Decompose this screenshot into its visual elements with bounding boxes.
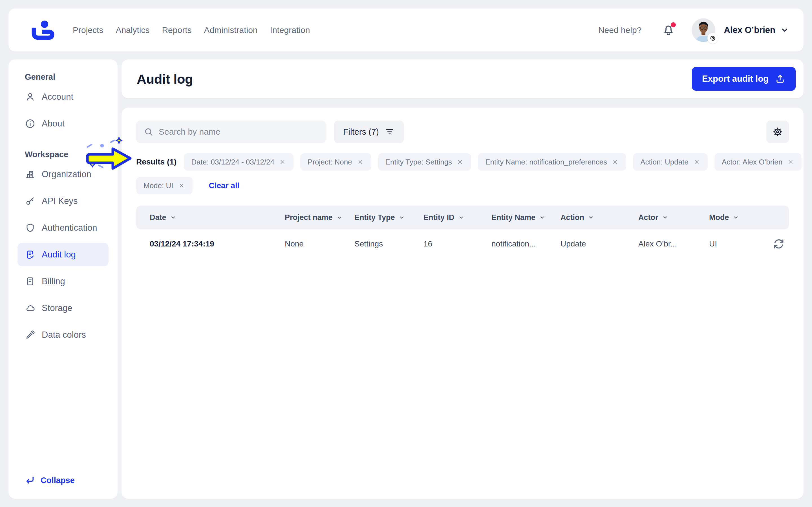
- sidebar-item-label: Authentication: [42, 223, 97, 233]
- sidebar-collapse-button[interactable]: Collapse: [25, 475, 75, 485]
- column-header-action[interactable]: Action: [560, 213, 638, 222]
- info-icon: [25, 118, 36, 129]
- collapse-label: Collapse: [41, 476, 75, 485]
- column-label: Entity Name: [492, 213, 536, 222]
- cell-entity-name: notification...: [492, 239, 560, 248]
- upload-icon: [775, 73, 785, 84]
- chevron-down-icon[interactable]: [780, 26, 789, 34]
- filter-chip-action: Action: Update: [633, 153, 708, 171]
- nav-item-administration[interactable]: Administration: [204, 25, 257, 35]
- gear-icon: [772, 126, 783, 138]
- sort-chevron-icon: [732, 214, 740, 221]
- export-button-label: Export audit log: [702, 74, 769, 84]
- sidebar-item-authentication[interactable]: Authentication: [17, 216, 109, 239]
- sidebar-item-api-keys[interactable]: API Keys: [17, 189, 109, 213]
- brand-logo-icon[interactable]: [27, 15, 58, 46]
- audit-log-panel: Filters (7) Results (1) Date: 03/12/24 -…: [121, 108, 804, 499]
- filter-chip-entity-name: Entity Name: notification_preferences: [478, 153, 626, 171]
- nav-item-integration[interactable]: Integration: [270, 25, 310, 35]
- close-icon[interactable]: [693, 158, 700, 166]
- filters-button[interactable]: Filters (7): [334, 121, 404, 143]
- close-icon[interactable]: [787, 158, 794, 166]
- search-icon: [144, 127, 154, 137]
- sidebar-section-general: General: [25, 72, 109, 82]
- close-icon[interactable]: [279, 158, 286, 166]
- sidebar-item-storage[interactable]: Storage: [17, 297, 109, 320]
- sidebar-item-account[interactable]: Account: [17, 86, 109, 108]
- filter-chip-entity-type: Entity Type: Settings: [378, 153, 471, 171]
- primary-nav: ProjectsAnalyticsReportsAdministrationIn…: [73, 25, 310, 35]
- cell-mode: UI: [709, 239, 765, 248]
- export-audit-log-button[interactable]: Export audit log: [692, 67, 796, 91]
- settings-sidebar: GeneralAccountAboutWorkspaceOrganization…: [8, 59, 117, 499]
- sidebar-item-organization[interactable]: Organization: [17, 163, 109, 186]
- user-menu[interactable]: Alex O’brien: [724, 25, 775, 35]
- column-header-project-name[interactable]: Project name: [285, 213, 354, 222]
- column-label: Actor: [638, 213, 658, 222]
- column-header-mode[interactable]: Mode: [709, 213, 765, 222]
- chip-label: Mode: UI: [144, 181, 173, 190]
- column-header-date[interactable]: Date: [136, 213, 285, 222]
- sidebar-item-label: Data colors: [42, 330, 86, 340]
- workspace-emblem-badge: [707, 33, 718, 44]
- sidebar-item-about[interactable]: About: [17, 112, 109, 135]
- close-icon[interactable]: [456, 158, 464, 166]
- sort-chevron-icon: [587, 214, 595, 221]
- table-row[interactable]: 03/12/24 17:34:19NoneSettings16notificat…: [136, 229, 789, 259]
- audit-log-page: ProjectsAnalyticsReportsAdministrationIn…: [0, 0, 812, 507]
- need-help-link[interactable]: Need help?: [598, 25, 642, 35]
- results-count-label: Results (1): [136, 158, 176, 166]
- column-header-entity-id[interactable]: Entity ID: [423, 213, 492, 222]
- filter-chip-project: Project: None: [300, 153, 371, 171]
- notification-dot: [671, 22, 676, 27]
- search-input[interactable]: [159, 127, 318, 136]
- close-icon[interactable]: [178, 182, 185, 189]
- sort-chevron-icon: [169, 214, 177, 221]
- notifications-bell-icon[interactable]: [662, 23, 675, 37]
- sidebar-item-audit-log[interactable]: Audit log: [17, 243, 109, 266]
- sort-chevron-icon: [661, 214, 669, 221]
- column-header-entity-name[interactable]: Entity Name: [492, 213, 560, 222]
- column-label: Entity Type: [354, 213, 395, 222]
- avatar[interactable]: [692, 18, 715, 42]
- chip-label: Entity Type: Settings: [386, 158, 452, 166]
- close-icon[interactable]: [612, 158, 619, 166]
- nav-item-reports[interactable]: Reports: [162, 25, 192, 35]
- nav-item-analytics[interactable]: Analytics: [116, 25, 149, 35]
- column-header-actor[interactable]: Actor: [638, 213, 709, 222]
- refresh-icon[interactable]: [772, 238, 785, 250]
- filter-controls: Filters (7): [136, 121, 789, 143]
- clear-all-link[interactable]: Clear all: [209, 181, 240, 190]
- audit-icon: [25, 249, 36, 260]
- cell-action: Update: [560, 239, 638, 248]
- sidebar-item-label: Audit log: [42, 249, 76, 260]
- sidebar-item-data-colors[interactable]: Data colors: [17, 323, 109, 346]
- cloud-icon: [25, 303, 36, 314]
- cell-project-name: None: [285, 239, 354, 248]
- page-header: Audit log Export audit log: [121, 59, 804, 98]
- row-actions: [765, 238, 789, 250]
- table-settings-button[interactable]: [766, 121, 789, 143]
- filters-button-label: Filters (7): [343, 127, 379, 136]
- collapse-arrow-icon: [25, 475, 35, 485]
- nav-item-projects[interactable]: Projects: [73, 25, 103, 35]
- sort-chevron-icon: [457, 214, 465, 221]
- nav-right-group: Need help?: [598, 18, 789, 42]
- key-icon: [25, 196, 36, 207]
- sidebar-item-label: API Keys: [42, 196, 78, 206]
- chip-label: Date: 03/12/24 - 03/12/24: [191, 158, 274, 166]
- sidebar-item-label: About: [42, 119, 64, 129]
- close-icon[interactable]: [357, 158, 364, 166]
- sort-chevron-icon: [336, 214, 343, 221]
- sort-chevron-icon: [538, 214, 546, 221]
- filter-chips-row-1: Results (1) Date: 03/12/24 - 03/12/24Pro…: [136, 153, 789, 171]
- sidebar-item-label: Billing: [42, 276, 65, 286]
- column-header-entity-type[interactable]: Entity Type: [354, 213, 423, 222]
- sidebar-item-billing[interactable]: Billing: [17, 270, 109, 293]
- sidebar-item-label: Organization: [42, 169, 91, 179]
- cell-entity-id: 16: [423, 239, 492, 248]
- sort-chevron-icon: [398, 214, 406, 221]
- building-icon: [25, 169, 36, 180]
- cell-actor: Alex O’br...: [638, 239, 709, 248]
- column-label: Entity ID: [423, 213, 455, 222]
